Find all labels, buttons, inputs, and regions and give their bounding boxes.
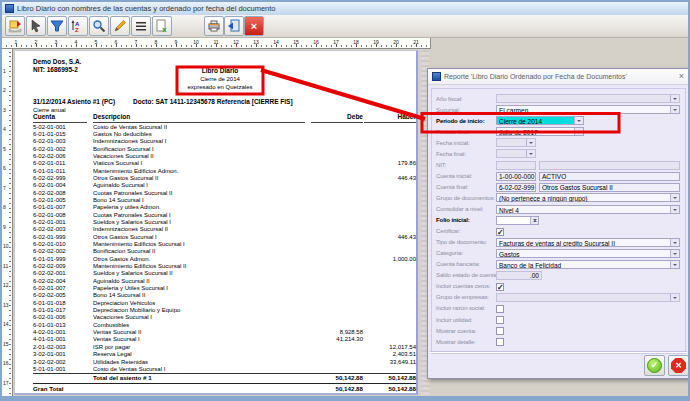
field-label: Categoría: — [436, 250, 463, 256]
cell-cuenta: 6-02-01-004 — [33, 182, 93, 189]
cell-haber: 446.43 — [363, 234, 416, 241]
cell-debe — [311, 197, 363, 204]
a-o-fiscal-combo[interactable] — [496, 94, 680, 103]
printer-icon — [207, 19, 221, 33]
table-row: 3-02-02-002Utilidades Retenidas33,649.11 — [33, 359, 416, 366]
cell-debe — [311, 212, 363, 219]
combo-value: El carmen — [499, 107, 669, 114]
filter-button[interactable] — [47, 16, 67, 36]
fecha-final-combo[interactable] — [496, 149, 536, 158]
table-row: 6-02-01-011Viaticos Sucursal I179.86 — [33, 160, 416, 167]
chevron-down-icon[interactable] — [670, 239, 679, 246]
edit-button[interactable] — [110, 16, 130, 36]
cuenta-inicial-code-field[interactable]: 1-00-00-000 — [496, 172, 536, 181]
cell-haber — [363, 226, 416, 233]
grid-lines-button[interactable] — [131, 16, 151, 36]
grupo-de-documentos-combo[interactable]: (No pertenece a ningún grupo) — [496, 193, 680, 202]
categor-a-combo[interactable]: Gastos — [496, 249, 680, 258]
field-label: Incluir utilidad: — [436, 317, 473, 323]
chevron-down-icon[interactable] — [574, 117, 583, 124]
dialog-row-incluir-utilidad: Incluir utilidad: — [432, 315, 685, 326]
print-button[interactable] — [204, 16, 224, 36]
cell-haber — [363, 248, 416, 255]
cell-haber — [363, 322, 416, 329]
fecha-inicial-combo[interactable] — [496, 138, 536, 147]
filter-icon — [50, 19, 64, 33]
cuenta-bancaria-combo[interactable]: Banco de la Felicidad — [496, 260, 680, 269]
accept-button[interactable]: ✓ — [644, 355, 665, 376]
gran-total-debe: 50,142.88 — [311, 384, 363, 392]
spinner-arrows-icon[interactable] — [530, 217, 538, 224]
cuenta-inicial-name-field[interactable]: ACTIVO — [539, 172, 680, 181]
mostrar-cuenta-checkbox[interactable] — [496, 327, 504, 335]
chevron-down-icon[interactable] — [670, 194, 679, 201]
nit-code-field[interactable] — [496, 161, 536, 170]
total-haber: 50,142.88 — [363, 374, 416, 382]
chevron-down-icon[interactable] — [526, 150, 535, 157]
cell-descripcion: Indemnizaciones Sucursal II — [93, 226, 311, 233]
dialog-row-incluir-raz-n-social: Incluir razón social: — [432, 303, 685, 314]
page-x-icon: x — [155, 19, 169, 33]
grupo-de-empresas-combo[interactable] — [496, 293, 680, 302]
cuenta-final-code-field[interactable]: 6-02-02-999 — [496, 183, 536, 192]
header-underline — [364, 122, 416, 123]
sort-button[interactable]: AZ — [68, 16, 88, 36]
incluir-cuentas-ceros-checkbox[interactable] — [496, 283, 504, 291]
chevron-down-icon[interactable] — [526, 139, 535, 146]
chevron-down-icon[interactable] — [574, 128, 583, 135]
pencil-icon — [113, 19, 127, 33]
cell-descripcion: Otros Gastos Sucursal II — [93, 175, 311, 182]
send-report-button[interactable] — [5, 16, 25, 36]
field-label: Grupo de documentos: — [436, 195, 495, 201]
cell-debe — [311, 270, 363, 277]
field-label: Cuenta bancaria: — [436, 261, 480, 267]
report-period: Cierre de 2014 — [155, 75, 285, 83]
certificar-checkbox[interactable] — [496, 228, 504, 236]
field-label: Fecha final: — [436, 151, 466, 157]
saldo-estado-de-cuenta-field: .00 — [496, 271, 542, 280]
folio-inicial-spinner[interactable] — [496, 216, 539, 225]
sucursal-combo[interactable]: El carmen — [496, 105, 680, 114]
table-row: 6-01-01-007Papeleria y utiles Admon. — [33, 204, 416, 211]
cell-descripcion: Utilidades Retenidas — [93, 359, 311, 366]
incluir-raz-n-social-checkbox[interactable] — [496, 305, 504, 313]
cell-cuenta: 6-02-01-003 — [33, 138, 93, 145]
chevron-down-icon[interactable] — [670, 294, 679, 301]
chevron-down-icon[interactable] — [670, 250, 679, 257]
field-label: NIT: — [436, 162, 446, 168]
dialog-row-saldo-estado-de-cuenta: Saldo estado de cuenta:.00 — [432, 270, 685, 281]
consolidar-a-nivel-combo[interactable]: Nivel 4 — [496, 205, 680, 214]
nit-name-field[interactable] — [539, 161, 680, 170]
dialog-row-cuenta-final: Cuenta final:6-02-02-999Otros Gastos Suc… — [432, 182, 685, 193]
cancel-button[interactable]: ✕ — [668, 355, 689, 376]
chevron-down-icon[interactable] — [670, 206, 679, 213]
table-row: 6-02-01-001Sueldos y Salarios Sucursal I — [33, 219, 416, 226]
export-excel-button[interactable]: x — [152, 16, 172, 36]
chevron-down-icon[interactable] — [670, 95, 679, 102]
incluir-utilidad-checkbox[interactable] — [496, 316, 504, 324]
cell-debe — [311, 234, 363, 241]
dialog-row-per-odo-final: Período final:Julio de 2017 — [432, 127, 685, 138]
zoom-button[interactable] — [89, 16, 109, 36]
cell-debe — [311, 219, 363, 226]
per-odo-final-combo[interactable]: Julio de 2017 — [496, 127, 584, 136]
export-button[interactable] — [224, 16, 244, 36]
cuenta-final-name-field[interactable]: Otros Gastos Sucursal II — [539, 183, 680, 192]
cell-debe — [311, 226, 363, 233]
dialog-separator — [430, 351, 687, 353]
per-odo-de-inicio-combo[interactable]: Cierre de 2014 — [496, 116, 584, 125]
close-report-button[interactable]: × — [244, 16, 264, 36]
col-header-haber: Haber — [364, 113, 416, 120]
mostrar-detalle-checkbox[interactable] — [496, 338, 504, 346]
tipo-de-documento-combo[interactable]: Facturas de ventas al credito Sucursal I… — [496, 238, 680, 247]
table-row: 6-01-01-013Combustibles — [33, 322, 416, 329]
close-icon[interactable]: × — [678, 72, 685, 81]
chevron-down-icon[interactable] — [670, 261, 679, 268]
chevron-down-icon[interactable] — [670, 106, 679, 113]
table-row: 6-02-02-008Cuotas Patronales Sucursal II — [33, 190, 416, 197]
total-label: Total del asiento # 1 — [93, 374, 311, 382]
pointer-tool-button[interactable] — [26, 16, 46, 36]
table-row: 6-01-01-018Depreciacion Vehiculos — [33, 300, 416, 307]
cell-haber — [363, 292, 416, 299]
cell-debe: 8,928.58 — [311, 329, 363, 336]
